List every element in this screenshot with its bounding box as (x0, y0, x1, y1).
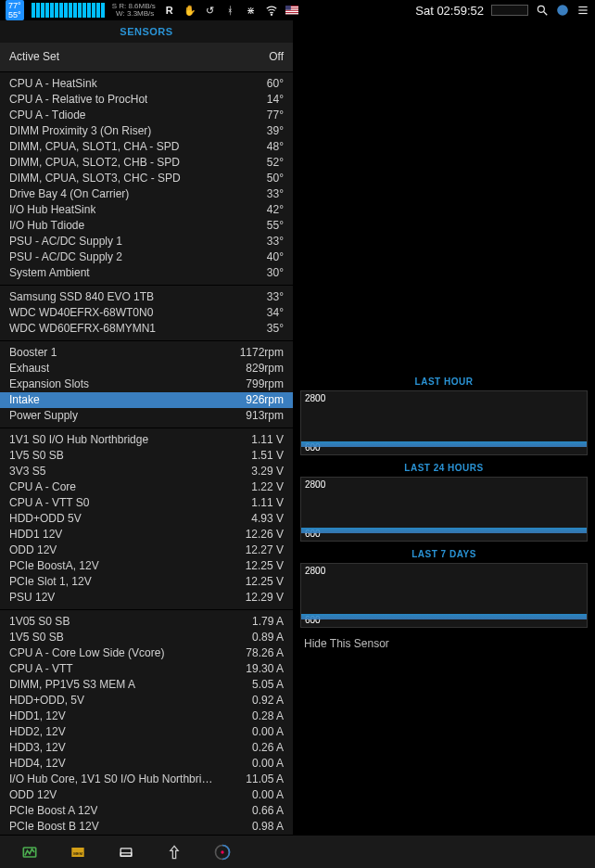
main: SENSORS Active Set Off CPU A - HeatSink6… (0, 20, 595, 835)
sensor-label: 3V3 S5 (9, 465, 45, 479)
sensor-value: 12.25 V (246, 575, 284, 589)
sensor-row[interactable]: WDC WD40EFRX-68WT0N034° (0, 305, 293, 321)
sensor-row[interactable]: PSU 12V12.29 V (0, 590, 293, 606)
sensor-row[interactable]: Drive Bay 4 (On Carrier)33° (0, 186, 293, 202)
siri-icon[interactable] (556, 4, 569, 17)
sensor-row[interactable]: 1V5 S0 SB0.89 A (0, 630, 293, 645)
time-machine-icon[interactable]: ↺ (204, 4, 217, 17)
sensor-label: 1V5 S0 SB (9, 631, 64, 645)
wifi-icon[interactable] (265, 4, 278, 17)
sensor-row[interactable]: PCIe Slot 1, 12V12.25 V (0, 574, 293, 590)
tab-cpu[interactable] (19, 841, 41, 863)
graph-card[interactable]: 2800600 (300, 563, 588, 628)
sensor-label: PSU - AC/DC Supply 2 (9, 250, 122, 264)
sensor-label: I/O Hub Tdiode (9, 219, 84, 233)
sensor-row[interactable]: PCIe BoostA, 12V12.25 V (0, 558, 293, 574)
sensor-row[interactable]: HDD2, 12V0.00 A (0, 724, 293, 740)
sensor-row[interactable]: DIMM, PP1V5 S3 MEM A5.05 A (0, 677, 293, 693)
tab-network[interactable] (163, 841, 185, 863)
sensor-row[interactable]: Booster 11172rpm (0, 345, 293, 361)
sensor-row[interactable]: CPU A - VTT S01.11 V (0, 495, 293, 511)
sensor-row[interactable]: HDD+ODD, 5V0.92 A (0, 693, 293, 708)
svg-rect-17 (120, 852, 132, 855)
sensor-row[interactable]: PCIe Boost B 12V0.98 A (0, 819, 293, 835)
sensor-row[interactable]: Exhaust829rpm (0, 361, 293, 377)
vpn-icon[interactable]: ⋇ (245, 4, 258, 17)
sensor-row[interactable]: ODD 12V12.27 V (0, 542, 293, 558)
sensor-row[interactable]: CPU A - Core1.22 V (0, 479, 293, 495)
sensor-row[interactable]: I/O Hub Core, 1V1 S0 I/O Hub Northbridge… (0, 772, 293, 787)
sensor-value: 60° (267, 77, 284, 91)
flag-us-icon[interactable] (285, 4, 298, 17)
svg-rect-4 (285, 11, 298, 12)
sensor-row[interactable]: Power Supply913rpm (0, 408, 293, 424)
r-icon[interactable]: R (163, 4, 176, 17)
sensor-row[interactable]: DIMM Proximity 3 (On Riser)39° (0, 123, 293, 139)
sensor-value: 0.98 A (252, 820, 284, 834)
sensor-row[interactable]: PSU - AC/DC Supply 240° (0, 249, 293, 265)
sensor-row[interactable]: 1V1 S0 I/O Hub Northbridge1.11 V (0, 432, 293, 448)
sensor-row[interactable]: 3V3 S53.29 V (0, 464, 293, 479)
sensor-row[interactable]: I/O Hub HeatSink42° (0, 202, 293, 218)
sensor-value: 34° (267, 306, 284, 320)
sensor-value: 0.28 A (252, 709, 284, 723)
sensor-row[interactable]: CPU A - Relative to ProcHot14° (0, 92, 293, 108)
sensor-row[interactable]: DIMM, CPUA, SLOT3, CHC - SPD50° (0, 171, 293, 186)
hand-icon[interactable]: ✋ (184, 4, 196, 17)
sensor-row[interactable]: 1V5 S0 SB1.51 V (0, 448, 293, 464)
bluetooth-icon[interactable]: ᚼ (224, 4, 237, 17)
sensor-row[interactable]: CPU A - HeatSink60° (0, 76, 293, 92)
sensor-row[interactable]: Intake926rpm (0, 392, 293, 408)
sensor-row[interactable]: HDD+ODD 5V4.93 V (0, 511, 293, 527)
sensor-row[interactable]: HDD3, 12V0.26 A (0, 740, 293, 756)
battery-icon[interactable] (491, 5, 528, 16)
sensor-value: 0.92 A (252, 694, 284, 708)
sensor-value: 0.00 A (252, 757, 284, 771)
sensor-row[interactable]: CPU A - VTT19.30 A (0, 661, 293, 677)
sensor-row[interactable]: PSU - AC/DC Supply 133° (0, 234, 293, 249)
sensor-label: PCIe BoostA, 12V (9, 559, 99, 573)
sensor-label: HDD+ODD 5V (9, 512, 82, 526)
sensor-row[interactable]: DIMM, CPUA, SLOT2, CHB - SPD52° (0, 155, 293, 171)
tab-memory[interactable]: MEM (67, 841, 89, 863)
sensor-row[interactable]: WDC WD60EFRX-68MYMN135° (0, 321, 293, 337)
group-fans: Booster 11172rpmExhaust829rpmExpansion S… (0, 340, 293, 428)
graph-max: 2800 (305, 393, 325, 403)
cpu-bargraph[interactable] (32, 3, 105, 18)
tab-disk[interactable] (115, 841, 137, 863)
sensor-value: 1.11 V (251, 496, 284, 510)
sensor-value: 33° (267, 187, 284, 201)
graph-title: LAST HOUR (300, 373, 588, 390)
sensor-label: DIMM, CPUA, SLOT3, CHC - SPD (9, 172, 181, 185)
sensor-row[interactable]: DIMM, CPUA, SLOT1, CHA - SPD48° (0, 139, 293, 155)
sensor-value: 12.27 V (246, 543, 284, 557)
notification-center-icon[interactable] (576, 4, 589, 17)
sensor-value: 829rpm (246, 362, 284, 376)
sensor-row[interactable]: 1V05 S0 SB1.79 A (0, 614, 293, 630)
sensor-label: I/O Hub Core, 1V1 S0 I/O Hub Northbridge (9, 772, 213, 786)
sensor-label: HDD1 12V (9, 528, 62, 542)
sensor-row[interactable]: System Ambient30° (0, 265, 293, 281)
sensor-row[interactable]: Samsung SSD 840 EVO 1TB33° (0, 289, 293, 305)
spotlight-icon[interactable] (536, 4, 549, 17)
sensor-label: PCIe Slot 1, 12V (9, 575, 92, 589)
graph-card[interactable]: 2800600 (300, 477, 588, 542)
sensor-row[interactable]: HDD1 12V12.26 V (0, 527, 293, 542)
sensor-row[interactable]: CPU A - Tdiode77° (0, 108, 293, 123)
tab-sensors[interactable] (211, 841, 234, 863)
disk-rw-block[interactable]: S R: 8.6MB/s W: 3.3MB/s (112, 3, 156, 18)
graph-card[interactable]: 2800600 (300, 390, 588, 455)
sensor-label: Samsung SSD 840 EVO 1TB (9, 290, 154, 304)
sensor-row[interactable]: PCIe Boost A 12V0.66 A (0, 803, 293, 819)
sensor-row[interactable]: HDD1, 12V0.28 A (0, 708, 293, 724)
temp-badge[interactable]: 77° 55° (6, 0, 24, 20)
sensor-row[interactable]: CPU A - Core Low Side (Vcore)78.26 A (0, 645, 293, 661)
clock[interactable]: Sat 02:59:52 (415, 4, 484, 18)
svg-point-7 (538, 6, 544, 12)
hide-this-sensor[interactable]: Hide This Sensor (300, 632, 588, 656)
sensor-row[interactable]: Expansion Slots799rpm (0, 377, 293, 392)
sensor-row[interactable]: ODD 12V0.00 A (0, 787, 293, 803)
sensor-row[interactable]: HDD4, 12V0.00 A (0, 756, 293, 772)
active-set-row[interactable]: Active Set Off (0, 43, 293, 71)
sensor-row[interactable]: I/O Hub Tdiode55° (0, 218, 293, 234)
